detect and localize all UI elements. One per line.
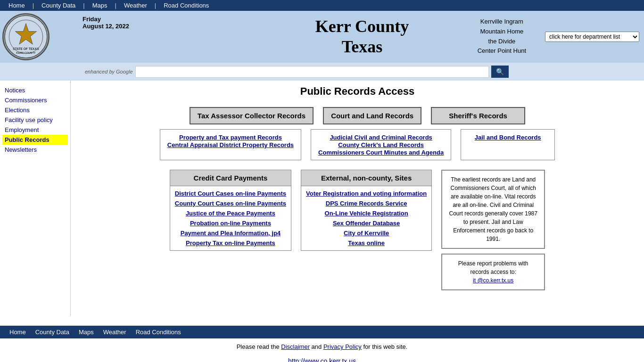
- sidebar-item-facility[interactable]: Facility use policy: [2, 115, 68, 125]
- sex-offender-link[interactable]: Sex Offender Database: [306, 218, 427, 228]
- court-land-category[interactable]: Court and Land Records: [323, 107, 421, 124]
- footer-home[interactable]: Home: [5, 329, 31, 336]
- court-sub-box: Judicial Civil and Criminal Records Coun…: [311, 129, 451, 160]
- external-sites-box: External, non-county, Sites Voter Regist…: [301, 170, 432, 251]
- sidebar-item-newsletters[interactable]: Newsletters: [2, 145, 68, 155]
- payment-plea-link[interactable]: Payment and Plea Information, jp4: [175, 228, 286, 238]
- records-info-box: The earliest records are Land and Commis…: [441, 170, 545, 249]
- svg-text:STATE OF TEXAS: STATE OF TEXAS: [13, 47, 39, 50]
- nav-road-conditions[interactable]: Road Conditions: [160, 2, 213, 9]
- sheriff-category[interactable]: Sheriff's Records: [431, 107, 525, 124]
- county-seal-area: STATE OF TEXAS KERR COUNTY: [0, 11, 80, 63]
- date-display: Friday August 12, 2022: [83, 16, 129, 30]
- sidebar-item-notices[interactable]: Notices: [2, 85, 68, 95]
- sidebar-item-commissioners[interactable]: Commissioners: [2, 95, 68, 105]
- page-title: Public Records Access: [80, 85, 635, 98]
- footer-weather[interactable]: Weather: [99, 329, 131, 336]
- central-appraisal-link[interactable]: Central Appraisal District Property Reco…: [167, 141, 294, 148]
- dps-crime-link[interactable]: DPS Crime Records Service: [306, 198, 427, 208]
- credit-card-payments-box: Credit Card Payments District Court Case…: [170, 170, 291, 251]
- search-input[interactable]: [135, 66, 489, 78]
- search-bar: enhanced by Google 🔍: [0, 63, 644, 81]
- sep4: |: [151, 2, 160, 9]
- category-row: Tax Assessor Collector Records Court and…: [80, 107, 635, 124]
- sub-items-row: Property and Tax payment Records Central…: [80, 129, 635, 160]
- department-dropdown-area[interactable]: click here for department listAuditorCou…: [545, 32, 639, 42]
- county-court-payment-link[interactable]: County Court Cases on-line Payments: [175, 198, 286, 208]
- footer-road-conditions[interactable]: Road Conditions: [131, 329, 186, 336]
- disclaimer-link[interactable]: Disclaimer: [281, 343, 310, 350]
- sep3: |: [111, 2, 120, 9]
- footer-maps[interactable]: Maps: [74, 329, 99, 336]
- report-problems-box: Please report problems with records acce…: [441, 254, 545, 290]
- sheriff-sub-box: Jail and Bond Records: [461, 129, 555, 160]
- credit-card-header[interactable]: Credit Card Payments: [170, 170, 291, 186]
- top-nav-bar: Home | County Data | Maps | Weather | Ro…: [0, 0, 644, 11]
- county-url-link[interactable]: http://www.co.kerr.tx.us: [288, 357, 356, 362]
- main-content: Notices Commissioners Elections Facility…: [0, 81, 644, 316]
- content-area: Public Records Access Tax Assessor Colle…: [71, 81, 644, 316]
- nav-weather[interactable]: Weather: [120, 2, 151, 9]
- commissioners-court-link[interactable]: Commissioners Court Minutes and Agenda: [318, 149, 444, 156]
- cities-list: Kerrville Ingram Mountain Home the Divid…: [478, 17, 526, 56]
- nav-home[interactable]: Home: [5, 2, 29, 9]
- jail-bond-link[interactable]: Jail and Bond Records: [475, 134, 541, 141]
- external-sites-header[interactable]: External, non-county, Sites: [301, 170, 431, 186]
- vehicle-registration-link[interactable]: On-Line Vehicle Registration: [306, 208, 427, 218]
- svg-text:KERR COUNTY: KERR COUNTY: [16, 51, 35, 54]
- probation-payment-link[interactable]: Probation on-line Payments: [175, 218, 286, 228]
- sidebar: Notices Commissioners Elections Facility…: [0, 81, 71, 316]
- property-tax-link[interactable]: Property and Tax payment Records: [179, 134, 282, 141]
- property-tax-online-link[interactable]: Property Tax on-line Payments: [175, 238, 286, 248]
- footer-url: http://www.co.kerr.tx.us: [0, 355, 644, 362]
- footer-nav: Home County Data Maps Weather Road Condi…: [0, 326, 644, 338]
- sidebar-item-elections[interactable]: Elections: [2, 105, 68, 115]
- county-clerk-land-link[interactable]: County Clerk's Land Records: [338, 141, 424, 148]
- tax-sub-box: Property and Tax payment Records Central…: [160, 129, 301, 160]
- sep1: |: [29, 2, 38, 9]
- district-court-payment-link[interactable]: District Court Cases on-line Payments: [175, 189, 286, 198]
- texas-online-link[interactable]: Texas online: [306, 238, 427, 248]
- judicial-civil-link[interactable]: Judicial Civil and Criminal Records: [330, 134, 432, 141]
- department-select[interactable]: click here for department listAuditorCou…: [545, 32, 639, 42]
- voter-registration-link[interactable]: Voter Registration and voting informatio…: [306, 189, 427, 198]
- sidebar-item-employment[interactable]: Employment: [2, 125, 68, 135]
- payment-body: District Court Cases on-line Payments Co…: [170, 186, 291, 250]
- external-body: Voter Registration and voting informatio…: [301, 186, 431, 250]
- sep2: |: [79, 2, 88, 9]
- county-seal: STATE OF TEXAS KERR COUNTY: [2, 13, 50, 60]
- nav-maps[interactable]: Maps: [89, 2, 111, 9]
- footer-disclaimer: Please read the Disclaimer and Privacy P…: [0, 338, 644, 355]
- nav-county-data[interactable]: County Data: [38, 2, 79, 9]
- justice-peace-payment-link[interactable]: Justice of the Peace Payments: [175, 208, 286, 218]
- footer-county-data[interactable]: County Data: [31, 329, 74, 336]
- search-button[interactable]: 🔍: [491, 66, 509, 78]
- city-kerrville-link[interactable]: City of Kerrville: [306, 228, 427, 238]
- google-label: enhanced by Google: [85, 69, 133, 74]
- payment-section: Credit Card Payments District Court Case…: [80, 170, 635, 290]
- info-boxes: The earliest records are Land and Commis…: [441, 170, 545, 290]
- tax-assessor-category[interactable]: Tax Assessor Collector Records: [190, 107, 314, 124]
- sidebar-item-publicrecords[interactable]: Public Records: [2, 135, 68, 145]
- privacy-policy-link[interactable]: Privacy Policy: [323, 343, 362, 350]
- it-email-link[interactable]: it @co.kerr.tx.us: [473, 277, 513, 284]
- header: STATE OF TEXAS KERR COUNTY Friday August…: [0, 11, 644, 63]
